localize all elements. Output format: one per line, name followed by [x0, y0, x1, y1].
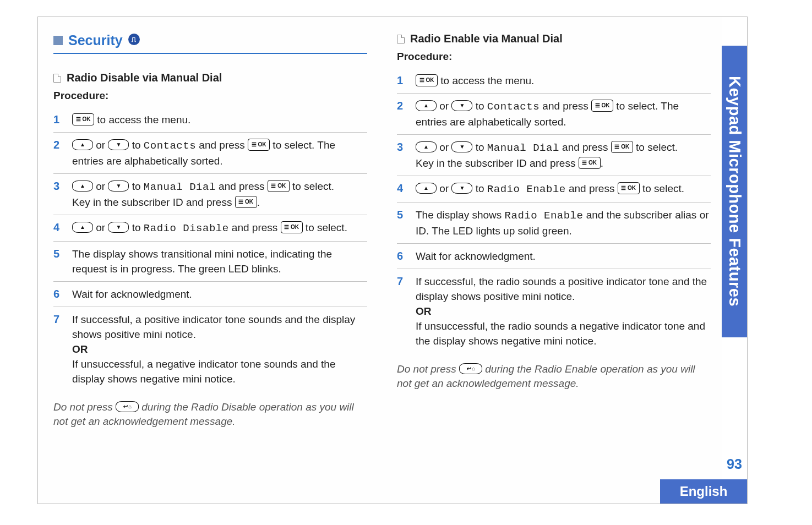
step-text: If unsuccessful, a negative indicator to… — [72, 358, 335, 385]
left-note: Do not press ↩ ⌂ during the Radio Disabl… — [53, 400, 367, 429]
ok-key-icon: ☰ OK — [72, 113, 94, 125]
ok-key-icon: ☰ OK — [579, 157, 601, 169]
step-text: or — [93, 181, 108, 192]
left-procedure-label: Procedure: — [53, 90, 367, 102]
step-number: 2 — [53, 138, 63, 152]
step-text: and press — [559, 141, 611, 153]
down-key-icon — [451, 141, 472, 152]
step-body: or to Contacts and press ☰ OK to select.… — [416, 99, 711, 129]
step-text: or — [437, 183, 451, 194]
step-text: to — [129, 222, 143, 233]
section-bullet-icon — [53, 36, 63, 45]
note-text: Do not press — [397, 363, 459, 375]
step-text: to — [472, 141, 487, 153]
up-key-icon — [72, 139, 93, 150]
list-item: 5 The display shows Radio Enable and the… — [397, 202, 711, 243]
or-label: OR — [72, 343, 88, 355]
step-text: to select. — [303, 222, 347, 233]
step-text: to access the menu. — [438, 75, 534, 86]
step-number: 4 — [53, 220, 63, 234]
right-procedure-label: Procedure: — [397, 51, 711, 63]
list-item: 4 or to Radio Disable and press ☰ OK to … — [53, 215, 367, 241]
section-header: Security ⎍ — [53, 32, 367, 48]
step-text: Key in the subscriber ID and press — [72, 196, 235, 208]
page-number: 93 — [722, 453, 747, 475]
ok-key-icon: ☰ OK — [618, 182, 640, 194]
step-text: . — [257, 196, 260, 208]
up-key-icon — [416, 100, 437, 111]
language-label: English — [660, 479, 747, 504]
step-text: to — [472, 183, 487, 194]
list-item: 2 or to Contacts and press ☰ OK to selec… — [53, 132, 367, 173]
ok-key-icon: ☰ OK — [281, 221, 303, 233]
step-text: or — [93, 139, 108, 151]
step-text: or — [93, 222, 108, 233]
step-text: or — [437, 100, 451, 112]
up-key-icon — [416, 183, 437, 194]
menu-literal: Radio Enable — [487, 183, 566, 195]
up-key-icon — [72, 181, 93, 192]
doc-icon — [397, 35, 405, 43]
sidebar-tab-label: Keypad Microphone Features — [722, 46, 747, 337]
step-body: The display shows transitional mini noti… — [72, 247, 367, 276]
right-subheading: Radio Enable via Manual Dial — [397, 32, 711, 45]
list-item: 6 Wait for acknowledgment. — [397, 243, 711, 269]
page-frame: Security ⎍ Radio Disable via Manual Dial… — [37, 17, 748, 504]
step-body: or to Manual Dial and press ☰ OK to sele… — [72, 179, 367, 210]
list-item: 5 The display shows transitional mini no… — [53, 241, 367, 281]
list-item: 4 or to Radio Enable and press ☰ OK to s… — [397, 176, 711, 202]
right-note: Do not press ↩ ⌂ during the Radio Enable… — [397, 362, 711, 391]
step-body: Wait for acknowledgment. — [72, 287, 367, 302]
step-number: 2 — [397, 99, 407, 113]
step-text: and press — [566, 183, 618, 194]
right-steps: 1 ☰ OK to access the menu. 2 or to Conta… — [397, 68, 711, 353]
step-text: or — [437, 141, 451, 153]
left-subheading: Radio Disable via Manual Dial — [53, 72, 367, 84]
down-key-icon — [108, 181, 129, 192]
back-key-icon: ↩ ⌂ — [116, 401, 139, 412]
menu-literal: Manual Dial — [487, 142, 559, 154]
step-number: 6 — [397, 249, 407, 263]
feature-badge-icon: ⎍ — [128, 34, 140, 45]
ok-key-icon: ☰ OK — [268, 180, 290, 192]
ok-key-icon: ☰ OK — [235, 196, 257, 208]
step-text: and press — [539, 100, 591, 112]
down-key-icon — [451, 100, 472, 111]
step-text: and press — [196, 139, 248, 151]
step-text: to access the menu. — [94, 114, 190, 125]
step-number: 3 — [397, 140, 407, 154]
ok-key-icon: ☰ OK — [248, 139, 270, 151]
down-key-icon — [451, 183, 472, 194]
step-number: 1 — [53, 112, 63, 127]
list-item: 6 Wait for acknowledgment. — [53, 281, 367, 307]
step-number: 6 — [53, 287, 63, 301]
step-body: ☰ OK to access the menu. — [416, 73, 711, 88]
list-item: 7 If successful, a positive indicator to… — [53, 307, 367, 391]
step-text: . — [601, 157, 603, 169]
step-text: to select. — [640, 183, 684, 194]
down-key-icon — [108, 139, 129, 150]
step-text: to select. — [633, 141, 678, 153]
step-text: to — [129, 181, 143, 192]
list-item: 1 ☰ OK to access the menu. — [53, 107, 367, 132]
or-label: OR — [416, 305, 432, 317]
step-body: or to Manual Dial and press ☰ OK to sele… — [416, 140, 711, 171]
step-text: to select. — [290, 181, 334, 192]
menu-literal: Radio Enable — [505, 210, 584, 222]
step-number: 1 — [397, 73, 407, 88]
ok-key-icon: ☰ OK — [416, 74, 438, 86]
step-body: or to Radio Enable and press ☰ OK to sel… — [416, 181, 711, 197]
step-body: ☰ OK to access the menu. — [72, 112, 367, 127]
menu-literal: Radio Disable — [144, 222, 229, 234]
step-text: and press — [229, 222, 281, 233]
list-item: 7 If successful, the radio sounds a posi… — [397, 269, 711, 353]
list-item: 3 or to Manual Dial and press ☰ OK to se… — [53, 173, 367, 215]
up-key-icon — [72, 222, 93, 233]
step-text: to — [472, 100, 487, 112]
section-title: Security — [68, 32, 123, 48]
step-number: 5 — [397, 207, 407, 222]
back-key-icon: ↩ ⌂ — [459, 363, 482, 374]
step-text: Key in the subscriber ID and press — [416, 157, 579, 169]
step-text: and press — [216, 181, 268, 192]
step-text: to — [129, 139, 143, 151]
